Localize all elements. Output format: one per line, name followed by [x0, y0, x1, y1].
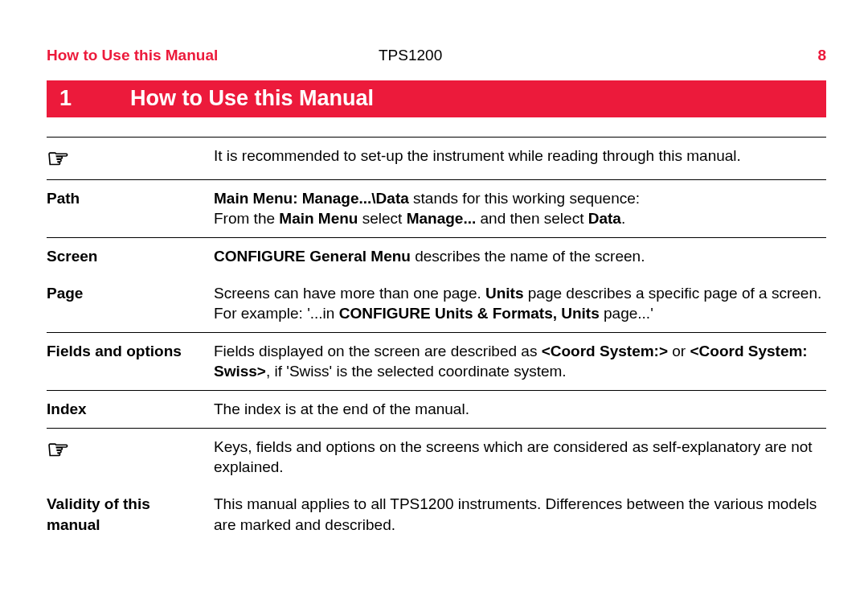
document-page: How to Use this Manual TPS1200 8 1 How t… — [0, 0, 868, 575]
note2-text: Keys, fields and options on the screens … — [214, 437, 826, 478]
page-header: How to Use this Manual TPS1200 8 — [47, 45, 826, 66]
row-note2: ☞ Keys, fields and options on the screen… — [47, 428, 826, 486]
path-bold-sequence: Main Menu: Manage...\Data — [214, 190, 409, 207]
chapter-heading: 1 How to Use this Manual — [47, 80, 826, 117]
desc-path: Main Menu: Manage...\Data stands for thi… — [214, 188, 826, 229]
label-path: Path — [47, 188, 214, 229]
row-fields-options: Fields and options Fields displayed on t… — [47, 332, 826, 390]
header-section-title: How to Use this Manual — [47, 45, 379, 66]
chapter-title: How to Use this Manual — [130, 84, 374, 113]
intro-text: It is recommended to set-up the instrume… — [214, 146, 826, 171]
row-index: Index The index is at the end of the man… — [47, 390, 826, 428]
row-intro: ☞ It is recommended to set-up the instru… — [47, 137, 826, 179]
label-index: Index — [47, 399, 214, 420]
label-fields-options: Fields and options — [47, 341, 214, 382]
label-validity: Validity of this manual — [47, 494, 214, 535]
desc-validity: This manual applies to all TPS1200 instr… — [214, 494, 826, 535]
header-page-number: 8 — [778, 45, 826, 66]
pointer-icon: ☞ — [47, 437, 214, 478]
row-path: Path Main Menu: Manage...\Data stands fo… — [47, 179, 826, 237]
label-screen: Screen — [47, 246, 214, 267]
row-page: Page Screens can have more than one page… — [47, 275, 826, 332]
chapter-number: 1 — [59, 84, 130, 113]
desc-screen: CONFIGURE General Menu describes the nam… — [214, 246, 826, 267]
header-product-name: TPS1200 — [379, 45, 778, 66]
row-screen: Screen CONFIGURE General Menu describes … — [47, 237, 826, 275]
desc-index: The index is at the end of the manual. — [214, 399, 826, 420]
desc-fields-options: Fields displayed on the screen are descr… — [214, 341, 826, 382]
row-validity: Validity of this manual This manual appl… — [47, 486, 826, 543]
desc-page: Screens can have more than one page. Uni… — [214, 283, 826, 324]
pointer-icon: ☞ — [47, 146, 214, 171]
label-page: Page — [47, 283, 214, 324]
